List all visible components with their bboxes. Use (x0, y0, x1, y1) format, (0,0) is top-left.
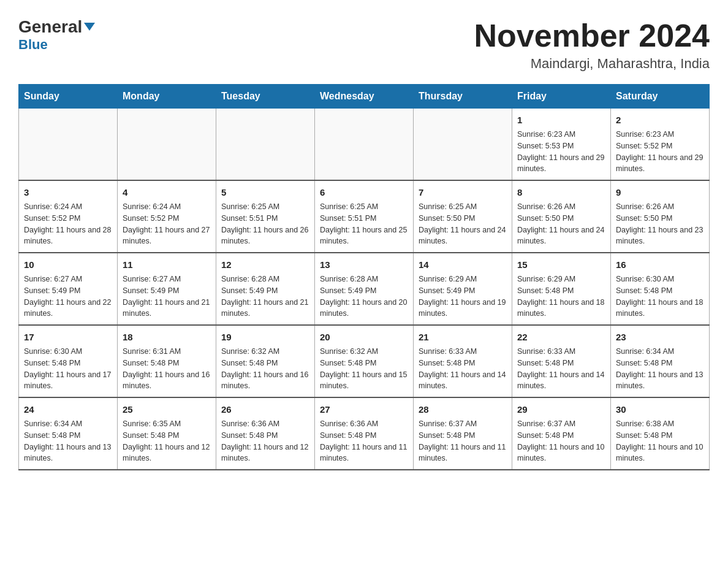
calendar-day-cell: 18Sunrise: 6:31 AM Sunset: 5:48 PM Dayli… (118, 325, 216, 397)
day-number: 27 (320, 403, 408, 416)
day-number: 21 (419, 331, 507, 343)
day-number: 24 (24, 403, 112, 416)
calendar-header-row: SundayMondayTuesdayWednesdayThursdayFrid… (19, 85, 710, 109)
day-number: 5 (221, 186, 309, 199)
day-sun-info: Sunrise: 6:27 AM Sunset: 5:49 PM Dayligh… (24, 274, 112, 320)
calendar-day-cell: 26Sunrise: 6:36 AM Sunset: 5:48 PM Dayli… (216, 397, 315, 470)
day-sun-info: Sunrise: 6:25 AM Sunset: 5:51 PM Dayligh… (320, 201, 408, 247)
day-sun-info: Sunrise: 6:33 AM Sunset: 5:48 PM Dayligh… (419, 346, 507, 392)
day-number: 29 (517, 403, 605, 416)
day-number: 9 (616, 186, 704, 199)
day-sun-info: Sunrise: 6:25 AM Sunset: 5:51 PM Dayligh… (221, 201, 309, 247)
day-sun-info: Sunrise: 6:36 AM Sunset: 5:48 PM Dayligh… (320, 418, 408, 464)
logo-blue: Blue (18, 37, 48, 53)
day-sun-info: Sunrise: 6:37 AM Sunset: 5:48 PM Dayligh… (517, 418, 605, 464)
calendar-day-cell: 10Sunrise: 6:27 AM Sunset: 5:49 PM Dayli… (19, 253, 118, 325)
day-number: 28 (419, 403, 507, 416)
calendar-day-cell: 29Sunrise: 6:37 AM Sunset: 5:48 PM Dayli… (512, 397, 611, 470)
day-of-week-header: Wednesday (315, 85, 414, 109)
calendar-day-cell: 8Sunrise: 6:26 AM Sunset: 5:50 PM Daylig… (512, 180, 611, 253)
day-of-week-header: Thursday (414, 85, 512, 109)
day-number: 12 (221, 258, 309, 271)
day-number: 25 (123, 403, 211, 416)
day-sun-info: Sunrise: 6:37 AM Sunset: 5:48 PM Dayligh… (419, 418, 507, 464)
day-number: 2 (616, 113, 704, 126)
day-sun-info: Sunrise: 6:26 AM Sunset: 5:50 PM Dayligh… (616, 201, 704, 247)
day-sun-info: Sunrise: 6:28 AM Sunset: 5:49 PM Dayligh… (221, 274, 309, 320)
calendar-day-cell: 28Sunrise: 6:37 AM Sunset: 5:48 PM Dayli… (414, 397, 512, 470)
day-sun-info: Sunrise: 6:35 AM Sunset: 5:48 PM Dayligh… (123, 418, 211, 464)
calendar-day-cell: 2Sunrise: 6:23 AM Sunset: 5:52 PM Daylig… (611, 109, 710, 181)
day-sun-info: Sunrise: 6:30 AM Sunset: 5:48 PM Dayligh… (24, 346, 112, 392)
day-sun-info: Sunrise: 6:33 AM Sunset: 5:48 PM Dayligh… (517, 346, 605, 392)
day-number: 14 (419, 258, 507, 271)
calendar-week-row: 3Sunrise: 6:24 AM Sunset: 5:52 PM Daylig… (19, 180, 710, 253)
day-number: 18 (123, 331, 211, 343)
day-sun-info: Sunrise: 6:25 AM Sunset: 5:50 PM Dayligh… (419, 201, 507, 247)
calendar-day-cell: 6Sunrise: 6:25 AM Sunset: 5:51 PM Daylig… (315, 180, 414, 253)
day-sun-info: Sunrise: 6:24 AM Sunset: 5:52 PM Dayligh… (123, 201, 211, 247)
title-block: November 2024 Maindargi, Maharashtra, In… (474, 18, 710, 72)
day-of-week-header: Saturday (611, 85, 710, 109)
day-sun-info: Sunrise: 6:36 AM Sunset: 5:48 PM Dayligh… (221, 418, 309, 464)
calendar-day-cell: 5Sunrise: 6:25 AM Sunset: 5:51 PM Daylig… (216, 180, 315, 253)
day-sun-info: Sunrise: 6:30 AM Sunset: 5:48 PM Dayligh… (616, 274, 704, 320)
day-sun-info: Sunrise: 6:32 AM Sunset: 5:48 PM Dayligh… (221, 346, 309, 392)
day-number: 13 (320, 258, 408, 271)
day-sun-info: Sunrise: 6:31 AM Sunset: 5:48 PM Dayligh… (123, 346, 211, 392)
calendar-day-cell: 17Sunrise: 6:30 AM Sunset: 5:48 PM Dayli… (19, 325, 118, 397)
calendar-day-cell (118, 109, 216, 181)
calendar-day-cell: 13Sunrise: 6:28 AM Sunset: 5:49 PM Dayli… (315, 253, 414, 325)
page-header: General Blue November 2024 Maindargi, Ma… (18, 18, 710, 72)
calendar-table: SundayMondayTuesdayWednesdayThursdayFrid… (18, 84, 710, 470)
day-sun-info: Sunrise: 6:34 AM Sunset: 5:48 PM Dayligh… (24, 418, 112, 464)
day-of-week-header: Monday (118, 85, 216, 109)
calendar-day-cell: 25Sunrise: 6:35 AM Sunset: 5:48 PM Dayli… (118, 397, 216, 470)
calendar-day-cell: 1Sunrise: 6:23 AM Sunset: 5:53 PM Daylig… (512, 109, 611, 181)
calendar-day-cell: 12Sunrise: 6:28 AM Sunset: 5:49 PM Dayli… (216, 253, 315, 325)
day-number: 23 (616, 331, 704, 343)
day-number: 1 (517, 113, 605, 126)
day-number: 30 (616, 403, 704, 416)
month-title: November 2024 (474, 18, 710, 53)
day-number: 4 (123, 186, 211, 199)
calendar-day-cell: 9Sunrise: 6:26 AM Sunset: 5:50 PM Daylig… (611, 180, 710, 253)
day-sun-info: Sunrise: 6:28 AM Sunset: 5:49 PM Dayligh… (320, 274, 408, 320)
calendar-day-cell: 14Sunrise: 6:29 AM Sunset: 5:49 PM Dayli… (414, 253, 512, 325)
calendar-week-row: 1Sunrise: 6:23 AM Sunset: 5:53 PM Daylig… (19, 109, 710, 181)
calendar-day-cell (19, 109, 118, 181)
calendar-day-cell: 24Sunrise: 6:34 AM Sunset: 5:48 PM Dayli… (19, 397, 118, 470)
day-number: 15 (517, 258, 605, 271)
calendar-day-cell: 4Sunrise: 6:24 AM Sunset: 5:52 PM Daylig… (118, 180, 216, 253)
day-number: 17 (24, 331, 112, 343)
day-sun-info: Sunrise: 6:38 AM Sunset: 5:48 PM Dayligh… (616, 418, 704, 464)
calendar-week-row: 10Sunrise: 6:27 AM Sunset: 5:49 PM Dayli… (19, 253, 710, 325)
day-sun-info: Sunrise: 6:29 AM Sunset: 5:49 PM Dayligh… (419, 274, 507, 320)
day-sun-info: Sunrise: 6:27 AM Sunset: 5:49 PM Dayligh… (123, 274, 211, 320)
day-sun-info: Sunrise: 6:26 AM Sunset: 5:50 PM Dayligh… (517, 201, 605, 247)
calendar-week-row: 24Sunrise: 6:34 AM Sunset: 5:48 PM Dayli… (19, 397, 710, 470)
day-number: 6 (320, 186, 408, 199)
calendar-day-cell: 21Sunrise: 6:33 AM Sunset: 5:48 PM Dayli… (414, 325, 512, 397)
day-of-week-header: Sunday (19, 85, 118, 109)
day-number: 19 (221, 331, 309, 343)
day-number: 16 (616, 258, 704, 271)
calendar-day-cell: 22Sunrise: 6:33 AM Sunset: 5:48 PM Dayli… (512, 325, 611, 397)
calendar-day-cell: 3Sunrise: 6:24 AM Sunset: 5:52 PM Daylig… (19, 180, 118, 253)
day-number: 26 (221, 403, 309, 416)
calendar-day-cell: 27Sunrise: 6:36 AM Sunset: 5:48 PM Dayli… (315, 397, 414, 470)
calendar-day-cell: 11Sunrise: 6:27 AM Sunset: 5:49 PM Dayli… (118, 253, 216, 325)
calendar-day-cell: 7Sunrise: 6:25 AM Sunset: 5:50 PM Daylig… (414, 180, 512, 253)
calendar-day-cell: 19Sunrise: 6:32 AM Sunset: 5:48 PM Dayli… (216, 325, 315, 397)
day-sun-info: Sunrise: 6:34 AM Sunset: 5:48 PM Dayligh… (616, 346, 704, 392)
calendar-week-row: 17Sunrise: 6:30 AM Sunset: 5:48 PM Dayli… (19, 325, 710, 397)
day-sun-info: Sunrise: 6:23 AM Sunset: 5:53 PM Dayligh… (517, 129, 605, 175)
calendar-day-cell: 16Sunrise: 6:30 AM Sunset: 5:48 PM Dayli… (611, 253, 710, 325)
location: Maindargi, Maharashtra, India (474, 56, 710, 72)
day-number: 7 (419, 186, 507, 199)
day-sun-info: Sunrise: 6:24 AM Sunset: 5:52 PM Dayligh… (24, 201, 112, 247)
day-number: 22 (517, 331, 605, 343)
calendar-day-cell: 30Sunrise: 6:38 AM Sunset: 5:48 PM Dayli… (611, 397, 710, 470)
calendar-day-cell (315, 109, 414, 181)
day-number: 10 (24, 258, 112, 271)
